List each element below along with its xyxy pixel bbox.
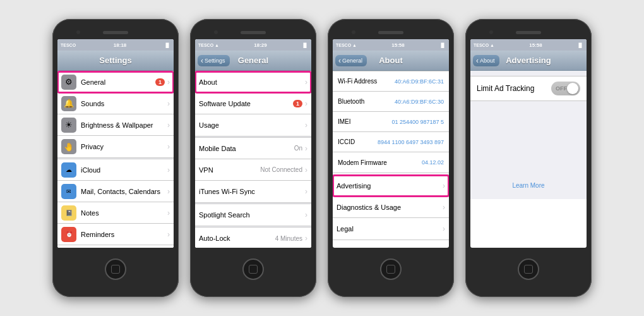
carrier-3: TESCO ▲ xyxy=(336,43,357,47)
screen-3: TESCO ▲ 15:58 ▐▌ General About Wi-Fi Add… xyxy=(333,39,449,248)
home-inner-3 xyxy=(386,265,395,274)
list-item-phone[interactable]: 📞 Phone › xyxy=(57,245,174,248)
speaker-2 xyxy=(241,31,266,34)
phone-2: TESCO ▲ 18:29 ▐▌ Settings General About … xyxy=(190,19,316,297)
screen-2: TESCO ▲ 18:29 ▐▌ Settings General About … xyxy=(195,39,311,248)
limit-ad-toggle[interactable]: OFF xyxy=(551,82,580,95)
list-item-legal[interactable]: Legal › xyxy=(333,218,449,240)
back-button-3[interactable]: General xyxy=(335,55,367,66)
adv-spacer xyxy=(470,101,587,177)
toggle-knob xyxy=(567,83,578,94)
auto-lock-value: 4 Minutes xyxy=(275,235,302,242)
list-group-1-1: ⚙ General 1 › 🔔 Sounds › ☀ Brightness & … xyxy=(57,71,174,158)
list-item-brightness[interactable]: ☀ Brightness & Wallpaper › xyxy=(57,114,174,136)
list-item-general[interactable]: ⚙ General 1 › xyxy=(57,71,174,93)
back-button-4[interactable]: About xyxy=(473,55,499,66)
carrier-1: TESCO xyxy=(61,43,76,47)
status-bar-3: TESCO ▲ 15:58 ▐▌ xyxy=(333,39,449,51)
status-bar-1: TESCO 18:18 ▐▌ xyxy=(57,39,174,51)
privacy-label: Privacy xyxy=(81,143,167,150)
bt-value: 40:A6:D9:BF:6C:30 xyxy=(395,99,444,105)
nav-bar-4: About Advertising xyxy=(470,51,587,71)
nav-bar-1: Settings xyxy=(57,51,174,71)
software-chevron: › xyxy=(305,99,307,108)
list-group-2-2: Mobile Data On › VPN Not Connected › iTu… xyxy=(195,137,311,203)
general-label: General xyxy=(81,78,155,86)
list-item-auto-lock[interactable]: Auto-Lock 4 Minutes › xyxy=(195,228,311,248)
mobile-data-label: Mobile Data xyxy=(199,145,294,152)
list-item-notes[interactable]: 📓 Notes › xyxy=(57,202,174,224)
list-item-about[interactable]: About › xyxy=(195,71,311,93)
carrier-2: TESCO ▲ xyxy=(198,43,219,47)
iccid-label: ICCID xyxy=(338,138,378,145)
list-item-software-update[interactable]: Software Update 1 › xyxy=(195,93,311,114)
info-imei: IMEI 01 254400 987187 5 xyxy=(333,112,449,132)
list-item-advertising[interactable]: Advertising › xyxy=(333,175,449,197)
bt-label: Bluetooth xyxy=(338,98,395,105)
imei-label: IMEI xyxy=(338,118,391,125)
list-group-1-2: ☁ iCloud › ✉ Mail, Contacts, Calendars ›… xyxy=(57,159,174,248)
mail-chevron: › xyxy=(167,187,170,196)
home-button-4[interactable] xyxy=(518,258,539,280)
phone-bottom-3 xyxy=(380,248,402,291)
imei-value: 01 254400 987187 5 xyxy=(391,119,444,125)
adv-group: Limit Ad Tracking OFF xyxy=(470,76,587,101)
list-item-vpn[interactable]: VPN Not Connected › xyxy=(195,159,311,181)
home-button-3[interactable] xyxy=(380,258,402,280)
advertising-label: Advertising xyxy=(337,182,443,190)
software-update-label: Software Update xyxy=(199,100,293,107)
home-button-2[interactable] xyxy=(242,258,264,280)
time-2: 18:29 xyxy=(254,42,266,48)
list-item-mobile-data[interactable]: Mobile Data On › xyxy=(195,138,311,159)
adv-list: Limit Ad Tracking OFF Learn More xyxy=(470,71,587,199)
list-item-usage[interactable]: Usage › xyxy=(195,114,311,136)
time-1: 18:18 xyxy=(114,42,126,48)
camera-1 xyxy=(76,30,80,34)
auto-lock-chevron: › xyxy=(305,234,307,243)
notes-icon: 📓 xyxy=(61,205,76,221)
list-item-icloud[interactable]: ☁ iCloud › xyxy=(57,159,174,181)
list-item-diagnostics[interactable]: Diagnostics & Usage › xyxy=(333,197,449,218)
home-inner-4 xyxy=(524,265,533,274)
speaker-3 xyxy=(378,31,403,34)
info-iccid: ICCID 8944 1100 6497 3493 897 xyxy=(333,132,449,152)
notes-chevron: › xyxy=(167,209,170,217)
phone-top-4 xyxy=(470,25,587,39)
list-group-3-1: Advertising › Diagnostics & Usage › Lega… xyxy=(333,174,449,240)
mail-label: Mail, Contacts, Calendars xyxy=(81,188,167,195)
settings-list-1: ⚙ General 1 › 🔔 Sounds › ☀ Brightness & … xyxy=(57,71,174,248)
sounds-label: Sounds xyxy=(81,100,167,107)
list-item-spotlight[interactable]: Spotlight Search › xyxy=(195,204,311,226)
iccid-value: 8944 1100 6497 3493 897 xyxy=(378,139,444,145)
about-chevron: › xyxy=(305,78,307,87)
battery-4: ▐▌ xyxy=(577,43,583,47)
list-item-itunes-sync[interactable]: iTunes Wi-Fi Sync › xyxy=(195,181,311,202)
info-bluetooth: Bluetooth 40:A6:D9:BF:6C:30 xyxy=(333,92,449,112)
time-4: 15:58 xyxy=(529,42,542,48)
mobile-data-chevron: › xyxy=(305,144,307,153)
icloud-label: iCloud xyxy=(81,166,167,174)
nav-bar-2: Settings General xyxy=(195,51,311,71)
nav-bar-3: General About xyxy=(333,51,449,71)
phone-bottom-1 xyxy=(105,248,126,291)
reminders-icon: ⏰ xyxy=(61,227,76,242)
learn-more-link[interactable]: Learn More xyxy=(470,177,587,194)
list-group-2-4: Auto-Lock 4 Minutes › xyxy=(195,227,311,248)
adv-item-limit: Limit Ad Tracking OFF xyxy=(470,76,587,100)
modem-label: Modem Firmware xyxy=(338,159,422,166)
list-item-reminders[interactable]: ⏰ Reminders › xyxy=(57,224,174,245)
software-badge: 1 xyxy=(293,100,302,107)
vpn-label: VPN xyxy=(199,166,260,174)
phone-top-3 xyxy=(333,25,449,39)
back-button-2[interactable]: Settings xyxy=(198,55,230,66)
spotlight-label: Spotlight Search xyxy=(199,211,305,219)
list-item-sounds[interactable]: 🔔 Sounds › xyxy=(57,93,174,114)
list-item-mail[interactable]: ✉ Mail, Contacts, Calendars › xyxy=(57,181,174,202)
battery-2: ▐▌ xyxy=(302,43,308,47)
home-button-1[interactable] xyxy=(105,258,126,280)
nav-title-4: Advertising xyxy=(506,56,551,65)
list-item-privacy[interactable]: 🤚 Privacy › xyxy=(57,136,174,157)
notes-label: Notes xyxy=(81,209,167,217)
camera-3 xyxy=(352,30,355,34)
mail-icon: ✉ xyxy=(61,184,76,199)
